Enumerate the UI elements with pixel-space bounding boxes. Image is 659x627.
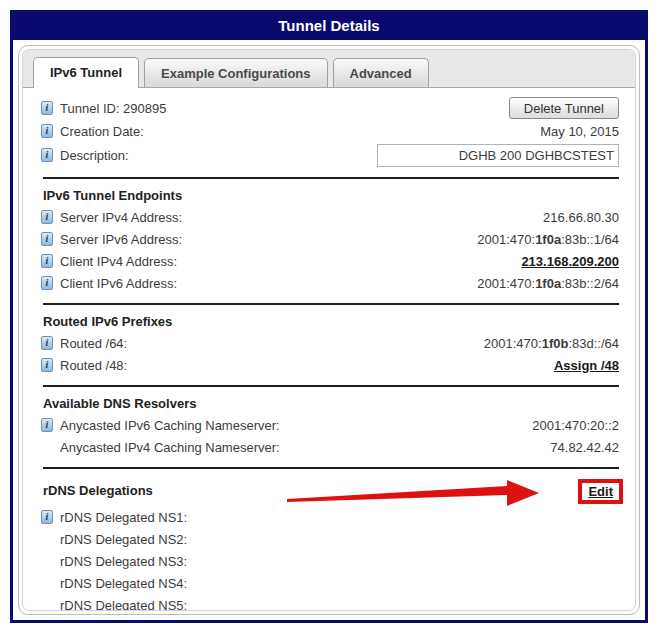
creation-date-row: i Creation Date: May 10, 2015 — [39, 120, 619, 142]
description-row: i Description: — [39, 142, 619, 168]
red-annotation-box: Edit — [578, 479, 623, 504]
info-icon[interactable]: i — [41, 124, 53, 138]
rdns-edit-link[interactable]: Edit — [588, 484, 613, 499]
info-icon[interactable]: i — [41, 276, 53, 290]
tab-content: i Tunnel ID: 290895 Delete Tunnel i Crea… — [23, 88, 635, 611]
rdns-ns4-label: rDNS Delegated NS4: — [60, 576, 187, 591]
client-ipv4-row: i Client IPv4 Address: 213.168.209.200 — [39, 250, 619, 272]
routed-64-label: Routed /64: — [60, 336, 127, 351]
creation-date-value: May 10, 2015 — [540, 124, 619, 139]
server-ipv4-row: i Server IPv4 Address: 216.66.80.30 — [39, 206, 619, 228]
rdns-ns5-label: rDNS Delegated NS5: — [60, 598, 187, 612]
tunnel-id-label: Tunnel ID: 290895 — [60, 101, 166, 116]
delete-tunnel-button[interactable]: Delete Tunnel — [509, 97, 619, 119]
info-icon[interactable]: i — [41, 336, 53, 350]
anycast-ipv4-row: Anycasted IPv4 Caching Nameserver: 74.82… — [39, 436, 619, 458]
client-ipv6-label: Client IPv6 Address: — [60, 276, 177, 291]
rdns-ns5-row: rDNS Delegated NS5: — [39, 594, 619, 611]
info-icon[interactable]: i — [41, 418, 53, 432]
info-icon[interactable]: i — [41, 148, 53, 162]
routed-64-row: i Routed /64: 2001:470:1f0b:83d::/64 — [39, 332, 619, 354]
dns-section-heading: Available DNS Resolvers — [39, 394, 619, 414]
tunnel-id-row: i Tunnel ID: 290895 Delete Tunnel — [39, 96, 619, 120]
server-ipv6-label: Server IPv6 Address: — [60, 232, 182, 247]
anycast-ipv4-label: Anycasted IPv4 Caching Nameserver: — [60, 440, 280, 455]
info-icon[interactable]: i — [41, 510, 53, 524]
info-icon[interactable]: i — [41, 101, 53, 115]
routed-48-row: i Routed /48: Assign /48 — [39, 354, 619, 376]
rdns-ns2-label: rDNS Delegated NS2: — [60, 532, 187, 547]
server-ipv6-row: i Server IPv6 Address: 2001:470:1f0a:83b… — [39, 228, 619, 250]
section-divider — [43, 177, 619, 179]
tab-advanced[interactable]: Advanced — [333, 58, 429, 87]
rdns-ns2-row: rDNS Delegated NS2: — [39, 528, 619, 550]
routed-64-value: 2001:470:1f0b:83d::/64 — [484, 336, 619, 351]
info-icon[interactable]: i — [41, 210, 53, 224]
routed-48-label: Routed /48: — [60, 358, 127, 373]
tab-strip: IPv6 Tunnel Example Configurations Advan… — [23, 50, 635, 88]
window-body: IPv6 Tunnel Example Configurations Advan… — [13, 40, 645, 620]
server-ipv4-value: 216.66.80.30 — [543, 210, 619, 225]
rdns-ns1-row: i rDNS Delegated NS1: — [39, 506, 619, 528]
anycast-ipv6-label: Anycasted IPv6 Caching Nameserver: — [60, 418, 280, 433]
rdns-ns4-row: rDNS Delegated NS4: — [39, 572, 619, 594]
anycast-ipv6-value: 2001:470:20::2 — [532, 418, 619, 433]
page-title: Tunnel Details — [13, 13, 645, 40]
client-ipv6-value: 2001:470:1f0a:83b::2/64 — [477, 276, 619, 291]
tab-example-configurations[interactable]: Example Configurations — [144, 58, 328, 87]
client-ipv4-label: Client IPv4 Address: — [60, 254, 177, 269]
rdns-ns3-row: rDNS Delegated NS3: — [39, 550, 619, 572]
section-divider — [43, 467, 619, 469]
rdns-section-header-row: rDNS Delegations Edit — [39, 476, 619, 506]
info-icon[interactable]: i — [41, 254, 53, 268]
info-icon[interactable]: i — [41, 358, 53, 372]
red-annotation-arrow — [279, 480, 541, 508]
client-ipv6-row: i Client IPv6 Address: 2001:470:1f0a:83b… — [39, 272, 619, 294]
server-ipv4-label: Server IPv4 Address: — [60, 210, 182, 225]
endpoints-section-heading: IPv6 Tunnel Endpoints — [39, 186, 619, 206]
tunnel-details-window: Tunnel Details IPv6 Tunnel Example Confi… — [10, 10, 648, 623]
tab-ipv6-tunnel[interactable]: IPv6 Tunnel — [33, 57, 139, 88]
tab-panel: IPv6 Tunnel Example Configurations Advan… — [22, 49, 636, 611]
rdns-ns1-label: rDNS Delegated NS1: — [60, 510, 187, 525]
info-icon[interactable]: i — [41, 232, 53, 246]
assign-48-link[interactable]: Assign /48 — [554, 358, 619, 373]
server-ipv6-value: 2001:470:1f0a:83b::1/64 — [477, 232, 619, 247]
description-label: Description: — [60, 148, 129, 163]
tab-panel-outer: IPv6 Tunnel Example Configurations Advan… — [18, 45, 640, 615]
rdns-ns3-label: rDNS Delegated NS3: — [60, 554, 187, 569]
client-ipv4-link[interactable]: 213.168.209.200 — [521, 254, 619, 269]
section-divider — [43, 303, 619, 305]
anycast-ipv4-value: 74.82.42.42 — [550, 440, 619, 455]
routed-section-heading: Routed IPv6 Prefixes — [39, 312, 619, 332]
section-divider — [43, 385, 619, 387]
rdns-section-heading: rDNS Delegations — [39, 481, 153, 501]
description-input[interactable] — [377, 144, 619, 167]
anycast-ipv6-row: i Anycasted IPv6 Caching Nameserver: 200… — [39, 414, 619, 436]
creation-date-label: Creation Date: — [60, 124, 144, 139]
